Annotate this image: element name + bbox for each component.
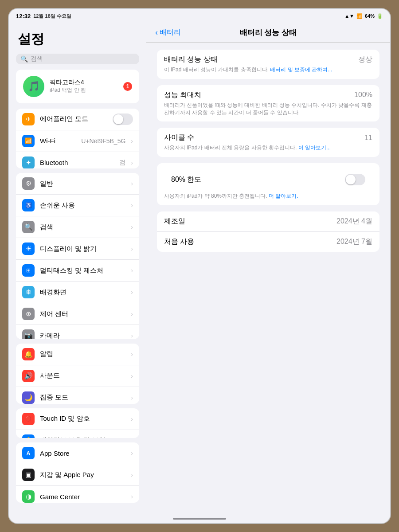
back-label: 배터리 [160,28,181,37]
limit-link[interactable]: 더 알아보기. [269,193,298,199]
gamecenter-chevron: › [131,493,133,500]
multitask-icon: ⊞ [22,264,35,277]
wallpaper-chevron: › [131,289,133,296]
privacy-icon: 🤚 [22,434,35,438]
sidebar-item-wallpaper[interactable]: ❋ 배경화면 › [16,282,139,303]
bluetooth-chevron: › [131,159,133,166]
limit-toggle[interactable] [345,174,365,185]
home-bar [173,518,226,520]
sidebar-item-accessibility[interactable]: ♿ 손쉬운 사용 › [16,195,139,216]
capacity-value: 100% [354,91,372,99]
sidebar-item-control[interactable]: ⊕ 제어 센터 › [16,303,139,325]
search-placeholder: 검색 [31,55,43,63]
status-date: 12월 18일 수요일 [33,13,71,20]
profile-avatar: 🎵 [23,76,44,97]
battery-icon: 🔋 [377,13,383,19]
sidebar-item-gamecenter[interactable]: ◑ Game Center › [16,486,139,503]
profile-info: 픽타고라스4 iPad 백업 안 됨 [50,78,86,94]
status-bar: 12:32 12월 18일 수요일 ▲▼ 📶 64% 🔋 [9,9,390,23]
profile-name: 픽타고라스4 [50,78,86,86]
sidebar-item-privacy[interactable]: 🤚 개인정보 보호 및 보안 › [16,430,139,438]
sidebar-item-appstore[interactable]: A App Store › [16,442,139,464]
section-security: 🔴 Touch ID 및 암호 › 🤚 개인정보 보호 및 보안 › [16,408,139,438]
section-dates: 제조일 2024년 4월 처음 사용 2024년 7월 [157,211,379,252]
section-battery-health: 배터리 성능 상태 정상 이 iPad 배터리 성능이 가대치를 충족합니다. … [157,50,379,79]
profile-badge: 1 [123,82,132,91]
wallet-icon: ▣ [22,469,35,481]
cycles-link[interactable]: 이 알아보기... [298,145,331,151]
appstore-label: App Store [40,450,125,457]
search-bar[interactable]: 🔍 검색 [16,54,139,64]
health-label: 배터리 성능 상태 [164,55,218,64]
wifi-setting-icon: 📶 [22,135,35,147]
avatar-icon: 🎵 [28,81,40,92]
general-chevron: › [131,180,133,187]
manufacture-value: 2024년 4월 [336,217,372,226]
bluetooth-icon: ✦ [22,156,35,169]
sounds-icon: 🔊 [22,370,35,382]
right-content: 배터리 성능 상태 정상 이 iPad 배터리 성능이 가대치를 충족합니다. … [146,43,390,514]
sidebar: 설정 🔍 검색 🎵 픽타고라스4 iPad 백업 안 됨 1 [9,23,146,514]
multitask-chevron: › [131,267,133,274]
section-cycles: 사이클 수 11 사용자의 iPad가 배터리 전체 용량을 사용한 횟수입니다… [157,128,379,157]
sidebar-item-bluetooth[interactable]: ✦ Bluetooth 검 › [16,152,139,169]
sidebar-item-alerts[interactable]: 🔔 알림 › [16,344,139,365]
camera-label: 카메라 [40,332,125,339]
appstore-icon: A [22,447,35,459]
control-icon: ⊕ [22,308,35,320]
bluetooth-value: 검 [119,159,125,167]
sidebar-item-wallet[interactable]: ▣ 지갑 및 Apple Pay › [16,464,139,486]
display-chevron: › [131,245,133,252]
camera-chevron: › [131,332,133,339]
manufacture-label: 제조일 [164,217,185,226]
search-chevron: › [131,223,133,231]
accessibility-label: 손쉬운 사용 [40,201,125,210]
sidebar-item-general[interactable]: ⚙ 일반 › [16,173,139,195]
home-indicator [9,514,390,523]
privacy-label: 개인정보 보호 및 보안 [40,436,125,438]
camera-icon: 📷 [22,329,35,339]
sidebar-item-airplane[interactable]: ✈ 에어플레인 모드 [16,109,139,130]
health-link[interactable]: 배터리 및 보증에 관하여... [270,66,332,73]
wallpaper-icon: ❋ [22,286,35,298]
cycles-desc: 사용자의 iPad가 배터리 전체 용량을 사용한 횟수입니다. 이 알아보기.… [164,144,372,152]
section-max-capacity: 성능 최대치 100% 배터리가 신품이었을 때와 성능에 대비한 배터리 성능… [157,85,379,122]
general-label: 일반 [40,180,125,188]
sidebar-item-camera[interactable]: 📷 카메라 › [16,325,139,339]
profile-subtitle: iPad 백업 안 됨 [50,86,86,94]
row-first-use: 처음 사용 2024년 7월 [157,232,379,252]
limit-desc: 사용자의 iPad가 약 80%까지만 충전됩니다. 더 알아보기. [164,192,372,200]
sidebar-item-sounds[interactable]: 🔊 사운드 › [16,365,139,387]
status-right: ▲▼ 📶 64% 🔋 [344,13,383,19]
profile-card[interactable]: 🎵 픽타고라스4 iPad 백업 안 됨 1 [16,70,139,103]
bluetooth-label: Bluetooth [40,159,114,166]
sidebar-item-wifi[interactable]: 📶 Wi-Fi U+Net9F5B_5G › [16,130,139,152]
row-limit: 80% 한도 사용자의 iPad가 약 80%까지만 충전됩니다. 더 알아보기… [157,163,379,205]
focus-chevron: › [131,394,133,401]
airplane-toggle[interactable] [113,113,133,125]
sidebar-item-display[interactable]: ☀ 디스플레이 및 밝기 › [16,238,139,260]
gamecenter-label: Game Center [40,493,125,501]
accessibility-chevron: › [131,202,133,209]
cycles-value: 11 [364,134,372,142]
nav-title: 배터리 성능 상태 [240,27,297,38]
focus-icon: 🌙 [22,391,35,404]
wifi-icon: 📶 [356,13,363,19]
sidebar-title: 설정 [9,27,146,52]
airplane-icon: ✈ [22,113,35,125]
airplane-label: 에어플레인 모드 [40,115,107,123]
alerts-chevron: › [131,351,133,358]
search-label: 검색 [40,223,125,231]
alerts-label: 알림 [40,350,125,358]
wallet-label: 지갑 및 Apple Pay [40,471,125,479]
back-chevron-icon: ‹ [155,28,158,37]
accessibility-icon: ♿ [22,199,35,211]
sidebar-item-touchid[interactable]: 🔴 Touch ID 및 암호 › [16,408,139,430]
sidebar-item-multitask[interactable]: ⊞ 멀티태스킹 및 제스처 › [16,260,139,282]
sidebar-item-search[interactable]: 🔍 검색 › [16,216,139,238]
sounds-label: 사운드 [40,372,125,380]
health-value: 정상 [358,55,372,64]
main-area: 설정 🔍 검색 🎵 픽타고라스4 iPad 백업 안 됨 1 [9,23,390,514]
sidebar-item-focus[interactable]: 🌙 집중 모드 › [16,387,139,404]
back-button[interactable]: ‹ 배터리 [155,28,181,37]
